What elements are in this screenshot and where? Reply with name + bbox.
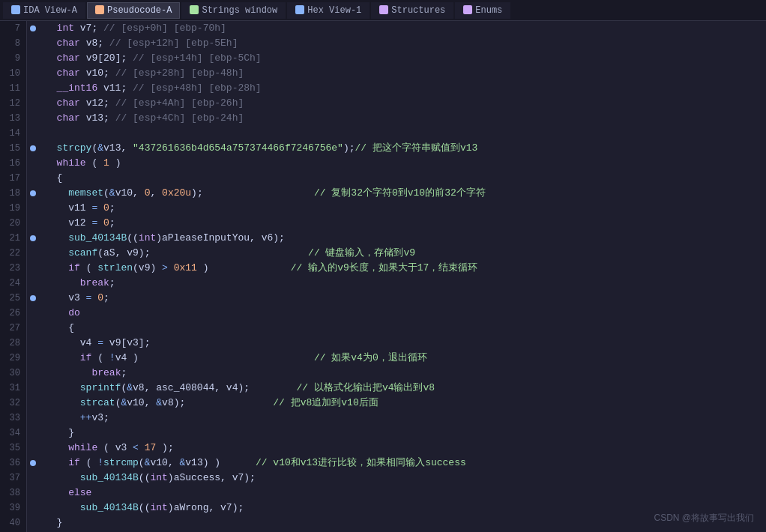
breakpoint-dot[interactable] — [27, 126, 39, 141]
tab-ida-view-a[interactable]: IDA View-A — [3, 2, 85, 19]
line-number: 21 — [3, 231, 20, 246]
code-line: do — [45, 306, 760, 321]
tab-icon — [295, 5, 304, 14]
dot-col — [27, 21, 39, 532]
breakpoint-dot[interactable] — [27, 186, 39, 201]
line-number: 30 — [3, 366, 20, 381]
tab-icon — [11, 5, 20, 14]
line-number: 29 — [3, 351, 20, 366]
code-line: ++v3; — [45, 411, 760, 426]
code-line: strcpy(&v13, "437261636b4d654a757374466f… — [45, 141, 760, 156]
breakpoint-dot[interactable] — [27, 396, 39, 411]
code-line: char v10; // [esp+28h] [ebp-48h] — [45, 66, 760, 81]
code-line: char v13; // [esp+4Ch] [ebp-24h] — [45, 111, 760, 126]
breakpoint-dot[interactable] — [27, 441, 39, 456]
line-number: 16 — [3, 156, 20, 171]
tab-pseudocode-a[interactable]: Pseudocode-A — [87, 2, 180, 19]
code-line: sub_40134B((int)aWrong, v7); — [45, 501, 760, 516]
breakpoint-dot[interactable] — [27, 141, 39, 156]
breakpoint-dot[interactable] — [27, 411, 39, 426]
breakpoint-dot[interactable] — [27, 516, 39, 531]
line-number: 40 — [3, 516, 20, 531]
breakpoint-dot[interactable] — [27, 366, 39, 381]
line-number: 31 — [3, 381, 20, 396]
breakpoint-dot[interactable] — [27, 471, 39, 486]
line-number: 17 — [3, 171, 20, 186]
dot-indicator — [30, 25, 36, 31]
breakpoint-dot[interactable] — [27, 291, 39, 306]
breakpoint-dot[interactable] — [27, 216, 39, 231]
line-number: 14 — [3, 126, 20, 141]
code-line: v11 = 0; — [45, 201, 760, 216]
line-number: 13 — [3, 111, 20, 126]
line-number: 25 — [3, 291, 20, 306]
dot-indicator — [30, 460, 36, 466]
tab-structures[interactable]: Structures — [371, 2, 453, 19]
breakpoint-dot[interactable] — [27, 51, 39, 66]
line-number: 23 — [3, 261, 20, 276]
line-number: 20 — [3, 216, 20, 231]
code-line: while ( 1 ) — [45, 156, 760, 171]
code-line: int v7; // [esp+0h] [ebp-70h] — [45, 21, 760, 36]
breakpoint-dot[interactable] — [27, 351, 39, 366]
code-line: if ( strlen(v9) > 0x11 ) // 输入的v9长度，如果大于… — [45, 261, 760, 276]
breakpoint-dot[interactable] — [27, 111, 39, 126]
line-number: 24 — [3, 276, 20, 291]
code-line: break; — [45, 276, 760, 291]
tab-enums[interactable]: Enums — [455, 2, 510, 19]
code-line: if ( !v4 ) // 如果v4为0，退出循环 — [45, 351, 760, 366]
code-line: { — [45, 321, 760, 336]
code-line: sub_40134B((int)aSuccess, v7); — [45, 471, 760, 486]
code-line: } — [45, 426, 760, 441]
breakpoint-dot[interactable] — [27, 456, 39, 471]
dot-indicator — [30, 145, 36, 151]
breakpoint-dot[interactable] — [27, 336, 39, 351]
line-number: 35 — [3, 441, 20, 456]
line-numbers: 7891011121314151617181920212223242526272… — [0, 21, 27, 532]
breakpoint-dot[interactable] — [27, 381, 39, 396]
line-number: 38 — [3, 486, 20, 501]
code-line: __int16 v11; // [esp+48h] [ebp-28h] — [45, 81, 760, 96]
breakpoint-dot[interactable] — [27, 231, 39, 246]
breakpoint-dot[interactable] — [27, 321, 39, 336]
breakpoint-dot[interactable] — [27, 36, 39, 51]
code-lines: int v7; // [esp+0h] [ebp-70h] char v8; /… — [39, 21, 766, 532]
line-number: 12 — [3, 96, 20, 111]
breakpoint-dot[interactable] — [27, 486, 39, 501]
line-number: 28 — [3, 336, 20, 351]
line-number: 11 — [3, 81, 20, 96]
breakpoint-dot[interactable] — [27, 306, 39, 321]
tab-bar: IDA View-APseudocode-AStrings windowHex … — [0, 0, 766, 21]
breakpoint-dot[interactable] — [27, 201, 39, 216]
line-number: 26 — [3, 306, 20, 321]
code-line: while ( v3 < 17 ); — [45, 441, 760, 456]
breakpoint-dot[interactable] — [27, 96, 39, 111]
breakpoint-dot[interactable] — [27, 246, 39, 261]
code-line: else — [45, 486, 760, 501]
breakpoint-dot[interactable] — [27, 261, 39, 276]
line-number: 8 — [3, 36, 20, 51]
breakpoint-dot[interactable] — [27, 21, 39, 36]
line-number: 27 — [3, 321, 20, 336]
breakpoint-dot[interactable] — [27, 81, 39, 96]
tab-strings-window[interactable]: Strings window — [181, 2, 286, 19]
dot-indicator — [30, 295, 36, 301]
code-line: char v9[20]; // [esp+14h] [ebp-5Ch] — [45, 51, 760, 66]
code-line: memset(&v10, 0, 0x20u); // 复制32个字符0到v10的… — [45, 186, 760, 201]
breakpoint-dot[interactable] — [27, 156, 39, 171]
breakpoint-dot[interactable] — [27, 171, 39, 186]
code-line: strcat(&v10, &v8); // 把v8追加到v10后面 — [45, 396, 760, 411]
code-area: 7891011121314151617181920212223242526272… — [0, 21, 766, 532]
line-number: 9 — [3, 51, 20, 66]
line-number: 19 — [3, 201, 20, 216]
code-line — [45, 126, 760, 141]
tab-hex-view-1[interactable]: Hex View-1 — [287, 2, 370, 19]
breakpoint-dot[interactable] — [27, 276, 39, 291]
breakpoint-dot[interactable] — [27, 501, 39, 516]
line-number: 33 — [3, 411, 20, 426]
breakpoint-dot[interactable] — [27, 66, 39, 81]
line-number: 37 — [3, 471, 20, 486]
tab-icon — [379, 5, 388, 14]
code-line: v3 = 0; — [45, 291, 760, 306]
breakpoint-dot[interactable] — [27, 426, 39, 441]
